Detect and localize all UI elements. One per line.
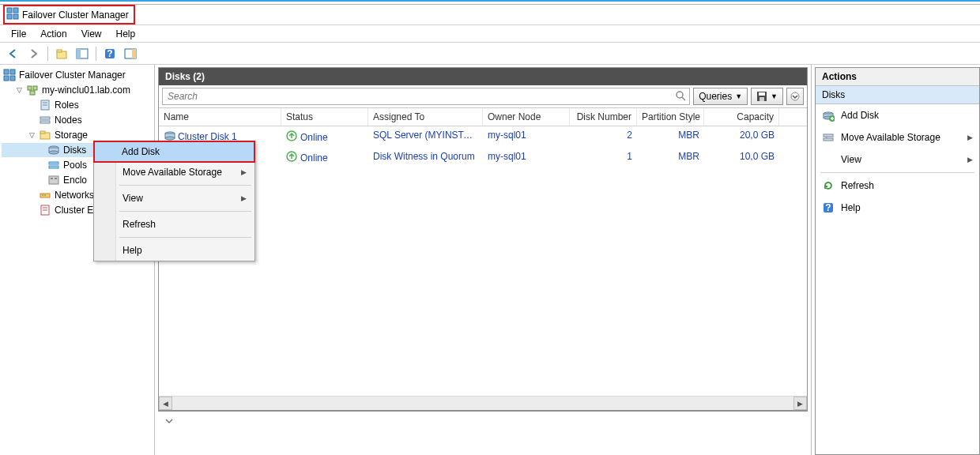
actions-separator — [820, 172, 974, 173]
svg-rect-0 — [7, 8, 12, 13]
action-help[interactable]: ? Help — [816, 197, 979, 219]
action-add-disk[interactable]: Add Disk — [816, 104, 979, 126]
tree-nodes-label: Nodes — [55, 115, 82, 126]
disks-icon — [47, 144, 60, 156]
col-disknum[interactable]: Disk Number — [570, 108, 637, 126]
tree-roles[interactable]: Roles — [2, 98, 153, 112]
tree-spacer — [28, 207, 36, 214]
queries-label: Queries — [699, 91, 732, 102]
tree-networks-label: Networks — [55, 190, 94, 201]
col-status[interactable]: Status — [281, 108, 368, 126]
help-button[interactable]: ? — [101, 45, 119, 62]
scroll-right-icon[interactable]: ▶ — [793, 397, 807, 410]
svg-rect-11 — [132, 49, 136, 58]
svg-point-48 — [165, 137, 175, 140]
nav-back-button[interactable] — [5, 45, 22, 62]
ctx-move-storage-label: Move Available Storage — [122, 167, 222, 178]
tree-pools-label: Pools — [63, 160, 87, 171]
col-assigned[interactable]: Assigned To — [368, 108, 483, 126]
title-bar: Failover Cluster Manager — [0, 5, 980, 25]
chevron-right-icon: ▶ — [967, 156, 973, 164]
toolbar-separator — [47, 47, 48, 61]
expand-button[interactable] — [786, 88, 804, 105]
svg-rect-5 — [57, 50, 62, 52]
up-level-button[interactable] — [53, 45, 70, 62]
search-box[interactable] — [162, 88, 690, 105]
show-hide-action-button[interactable] — [122, 45, 139, 62]
context-menu-separator — [119, 211, 251, 212]
tree-root[interactable]: Failover Cluster Manager — [2, 68, 153, 82]
col-owner[interactable]: Owner Node — [483, 108, 570, 126]
action-move-storage[interactable]: Move Available Storage ▶ — [816, 126, 979, 149]
nav-forward-button[interactable] — [25, 45, 43, 62]
ctx-help[interactable]: Help — [94, 240, 254, 261]
show-hide-tree-button[interactable] — [74, 45, 91, 62]
menu-view[interactable]: View — [75, 27, 108, 41]
cluster-manager-icon — [3, 69, 16, 81]
svg-rect-3 — [13, 14, 18, 19]
list-header: Name Status Assigned To Owner Node Disk … — [159, 108, 807, 126]
cell-capacity: 10,0 GB — [704, 149, 779, 166]
tree-root-label: Failover Cluster Manager — [19, 70, 126, 81]
action-view-label: View — [841, 154, 861, 165]
tree-cluster[interactable]: ▽ my-winclu01.lab.com — [2, 83, 153, 97]
svg-rect-55 — [824, 134, 833, 137]
tree-enclosures-label: Enclo — [63, 175, 87, 186]
actions-pane: Actions Disks Add Disk Move Available St… — [812, 65, 980, 455]
roles-icon — [39, 99, 51, 111]
add-disk-icon — [822, 109, 835, 122]
tree-cluster-events-label: Cluster E — [55, 205, 93, 216]
search-input[interactable] — [163, 88, 689, 104]
menu-help[interactable]: Help — [110, 27, 142, 41]
cell-owner: my-sql01 — [483, 128, 570, 146]
ctx-refresh[interactable]: Refresh — [94, 214, 254, 235]
action-refresh-label: Refresh — [841, 180, 874, 191]
ctx-add-disk[interactable]: Add Disk — [93, 141, 255, 163]
scroll-left-icon[interactable]: ◀ — [159, 397, 172, 410]
refresh-icon — [822, 179, 835, 192]
svg-rect-13 — [10, 70, 15, 74]
action-view[interactable]: View ▶ — [816, 149, 979, 171]
queries-button[interactable]: Queries ▼ — [693, 88, 748, 105]
tree-spacer — [28, 117, 36, 124]
context-menu-separator — [119, 185, 251, 186]
col-capacity[interactable]: Capacity — [704, 108, 779, 126]
scroll-track[interactable] — [172, 397, 793, 410]
online-icon — [286, 151, 297, 164]
cluster-manager-icon — [6, 7, 19, 22]
chevron-right-icon: ▶ — [241, 168, 247, 176]
menu-action[interactable]: Action — [34, 27, 73, 41]
tree-twisty-icon[interactable]: ▽ — [28, 132, 36, 139]
col-partition[interactable]: Partition Style — [637, 108, 704, 126]
tree-storage-label: Storage — [55, 130, 88, 141]
search-icon[interactable] — [675, 90, 686, 103]
col-name[interactable]: Name — [159, 108, 281, 126]
horizontal-scrollbar[interactable]: ◀ ▶ — [159, 396, 807, 410]
table-row[interactable]: OnlineDisk Witness in Quorummy-sql011MBR… — [159, 148, 807, 167]
help-icon: ? — [822, 201, 835, 214]
ctx-move-storage[interactable]: Move Available Storage ▶ — [94, 162, 254, 182]
tree-twisty-icon[interactable]: ▽ — [16, 87, 23, 94]
storage-icon — [39, 129, 51, 141]
svg-rect-23 — [40, 121, 50, 123]
svg-point-28 — [49, 151, 58, 154]
action-refresh[interactable]: Refresh — [816, 175, 979, 197]
ctx-view-label: View — [122, 193, 143, 204]
svg-rect-32 — [51, 178, 53, 179]
table-row[interactable]: Cluster Disk 1OnlineSQL Server (MYINSTAN… — [159, 126, 807, 148]
ctx-view[interactable]: View ▶ — [94, 188, 254, 209]
tree-nodes[interactable]: Nodes — [2, 113, 153, 127]
toolbar-separator — [96, 47, 96, 61]
center-inner: Disks (2) Queries ▼ ▼ — [158, 67, 808, 411]
save-query-button[interactable]: ▼ — [751, 88, 783, 105]
svg-rect-43 — [759, 92, 765, 96]
cell-disknum: 1 — [570, 149, 637, 166]
ctx-refresh-label: Refresh — [122, 219, 156, 230]
svg-rect-33 — [55, 178, 57, 179]
action-help-label: Help — [841, 202, 861, 213]
detail-toggle[interactable] — [158, 412, 808, 433]
menu-file[interactable]: File — [5, 27, 32, 41]
context-menu-separator — [119, 237, 251, 238]
svg-rect-44 — [760, 97, 764, 101]
tree-spacer — [28, 192, 36, 199]
